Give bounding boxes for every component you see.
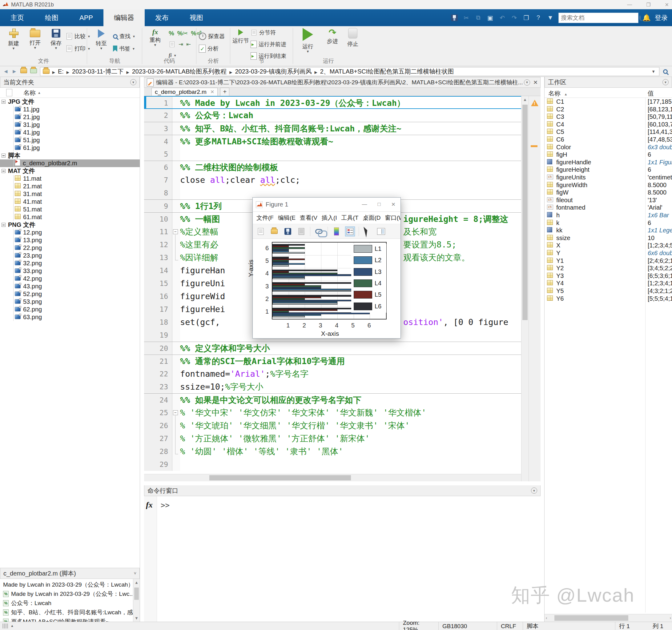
code-fold-icon[interactable]: − [173, 229, 178, 234]
workspace-row-X[interactable]: X[1;2;3;4;5; [545, 242, 672, 249]
link-icon[interactable] [314, 226, 324, 236]
zoom-level[interactable]: Zoom: 125% [399, 622, 438, 630]
code-line-20[interactable]: 20%% 定义字体和字号大小 [144, 342, 541, 355]
details-item[interactable]: %更多MATLAB+SCI绘图教程敬请观看~ [0, 617, 140, 622]
workspace-row-kk[interactable]: kk1x1 Leger [545, 226, 672, 234]
editor-hscrollbar[interactable] [144, 474, 521, 481]
browse-folder-icon[interactable] [30, 68, 37, 75]
indent-right-icon[interactable]: ⇥ [178, 41, 183, 48]
collapse-details-icon[interactable]: ˅ [134, 571, 136, 576]
new-button[interactable]: 新建▼ [2, 28, 25, 50]
workspace-column-header[interactable]: 名称 ▲ 值 [545, 88, 672, 98]
workspace-row-C2[interactable]: C2[68,123,16 [545, 105, 672, 113]
new-tab-button[interactable]: + [220, 88, 229, 96]
goto-button[interactable]: 转至▼ [90, 28, 112, 50]
details-item[interactable]: %知乎、B站、小红书、抖音同名账号:Lwcah，感... [0, 608, 140, 617]
workspace-row-figH[interactable]: figH6 [545, 151, 672, 159]
file-type-indicator[interactable]: 脚本 [523, 622, 615, 630]
code-line-28[interactable]: 28% '幼圆' '楷体' '等线' '隶书' '黑体' [144, 445, 541, 458]
save-icon[interactable] [450, 14, 458, 22]
figure-menu-工具(T[interactable]: 工具(T [341, 214, 359, 222]
workspace-row-figureHeight[interactable]: figureHeight6 [545, 166, 672, 174]
file-row[interactable]: 63.png [0, 313, 140, 321]
figure-maximize-icon[interactable]: □ [377, 201, 381, 208]
ribbon-tab-主页[interactable]: 主页 [0, 9, 34, 26]
scroll-down-icon[interactable]: ▼ [133, 616, 140, 621]
scroll-up-icon[interactable]: ▲ [133, 580, 140, 585]
ribbon-tab-编辑器[interactable]: 编辑器 [103, 9, 145, 26]
code-line-7[interactable]: 7close all;clear all;clc; [144, 174, 541, 187]
collapse-toggle-icon[interactable] [2, 223, 5, 227]
tab-close-icon[interactable]: ✕ [210, 89, 214, 95]
ribbon-tab-绘图[interactable]: 绘图 [34, 9, 69, 26]
workspace-row-Y[interactable]: Y6x6 doubl [545, 249, 672, 257]
code-line-21[interactable]: 21%% 通常的SCI一般Arial字体和10字号通用 [144, 355, 541, 367]
open-icon[interactable] [269, 226, 279, 236]
file-row[interactable]: 21.jpg [0, 113, 140, 121]
file-row[interactable]: 12.png [0, 229, 140, 236]
workspace-row-h[interactable]: h1x6 Bar [545, 212, 672, 219]
code-line-29[interactable]: 29 [144, 458, 541, 471]
breadcrumb-segment[interactable]: E: [58, 68, 64, 75]
save-button[interactable]: 保存▼ [45, 28, 67, 50]
notification-bell-icon[interactable]: 🔔 [643, 14, 651, 22]
editor-menu-icon[interactable]: ▼ [524, 79, 530, 86]
ribbon-tab-APP[interactable]: APP [69, 9, 103, 26]
details-header[interactable]: c_demo_plotbar2.m (脚本) ˅ [0, 568, 140, 579]
scroll-up-icon[interactable]: ▲ [522, 97, 529, 102]
panel-menu-icon[interactable]: ▼ [130, 79, 136, 85]
new-file-icon[interactable] [256, 226, 266, 236]
code-line-24[interactable]: 24%% 如果是中文论文可以相应的更改字号名字如下 [144, 393, 541, 406]
paste-icon[interactable]: ▣ [486, 14, 495, 22]
figure-menu-编辑(E[interactable]: 编辑(E [278, 214, 295, 222]
workspace-row-k[interactable]: k6 [545, 219, 672, 227]
breadcrumb-segment[interactable]: 2023-03-29-镇魂街系列画风 [235, 68, 312, 75]
encoding-indicator[interactable]: GB18030 [438, 622, 497, 630]
run-section-button[interactable]: 运行节 [231, 28, 250, 44]
close-button[interactable]: ✕ [665, 2, 669, 8]
workspace-row-Y2[interactable]: Y2[3;4;5;2;2; [545, 264, 672, 272]
workspace-row-Color[interactable]: Color6x3 doubl [545, 143, 672, 151]
workspace-row-Y1[interactable]: Y1[2;4;6;2;1; [545, 257, 672, 265]
code-line-26[interactable]: 26% '华文琥珀' '华文细黑' '华文行楷' '华文隶书' '宋体' [144, 419, 541, 432]
inspector-icon[interactable] [376, 226, 386, 236]
redo-icon[interactable]: ↷ [510, 14, 519, 22]
editor-vscrollbar[interactable]: ▲ [521, 96, 529, 481]
file-group-PNG 文件[interactable]: PNG 文件 [0, 221, 140, 229]
file-group-JPG 文件[interactable]: JPG 文件 [0, 98, 140, 105]
step-button[interactable]: ↷ 步进 [321, 28, 343, 44]
file-row[interactable]: 42.png [0, 275, 140, 283]
file-row[interactable]: 31.jpg [0, 121, 140, 129]
doc-search-input[interactable] [559, 15, 639, 21]
bookmark-button[interactable]: 书签▼ [113, 44, 135, 53]
panel-menu-icon[interactable]: ▼ [531, 487, 537, 494]
file-row[interactable]: 23.png [0, 252, 140, 260]
indent-left-icon[interactable]: ⇤ [186, 41, 191, 48]
ribbon-tab-发布[interactable]: 发布 [145, 9, 179, 26]
maximize-button[interactable]: ❐ [646, 2, 650, 8]
file-row[interactable]: c_demo_plotbar2.m [0, 160, 140, 167]
code-line-4[interactable]: 4%% 更多MATLAB+SCI绘图教程敬请观看~ [144, 135, 541, 148]
workspace-row-Y6[interactable]: Y6[5;5;5;4;1; [545, 295, 672, 302]
smart-indent-icon[interactable] [170, 42, 174, 47]
scroll-right-icon[interactable]: › [670, 615, 671, 620]
figure-menu-文件(F[interactable]: 文件(F [257, 214, 274, 222]
code-line-2[interactable]: 2%% 公众号：Lwcah [144, 109, 541, 122]
analyze-button[interactable]: 分析 [199, 44, 219, 53]
file-row[interactable]: 33.png [0, 267, 140, 275]
figure-minimize-icon[interactable]: — [362, 201, 367, 208]
workspace-row-C1[interactable]: C1[177,185,1 [545, 98, 672, 105]
collapse-toggle-icon[interactable] [2, 153, 5, 158]
details-item[interactable]: %公众号：Lwcah [0, 599, 140, 608]
section-break-button[interactable]: 分节符 [250, 28, 276, 37]
line-ending-indicator[interactable]: CRLF [497, 622, 523, 630]
comment-icon[interactable]: % [169, 30, 174, 37]
code-fold-icon[interactable]: − [173, 410, 178, 415]
figure-menu-桌面(D[interactable]: 桌面(D [363, 214, 381, 222]
run-button[interactable]: 运行▼ [297, 28, 319, 53]
folder-search-icon[interactable] [663, 69, 668, 74]
file-row[interactable]: 13.png [0, 236, 140, 244]
warning-icon[interactable] [531, 100, 538, 106]
print-icon[interactable] [296, 226, 306, 236]
file-row[interactable]: 43.png [0, 283, 140, 290]
